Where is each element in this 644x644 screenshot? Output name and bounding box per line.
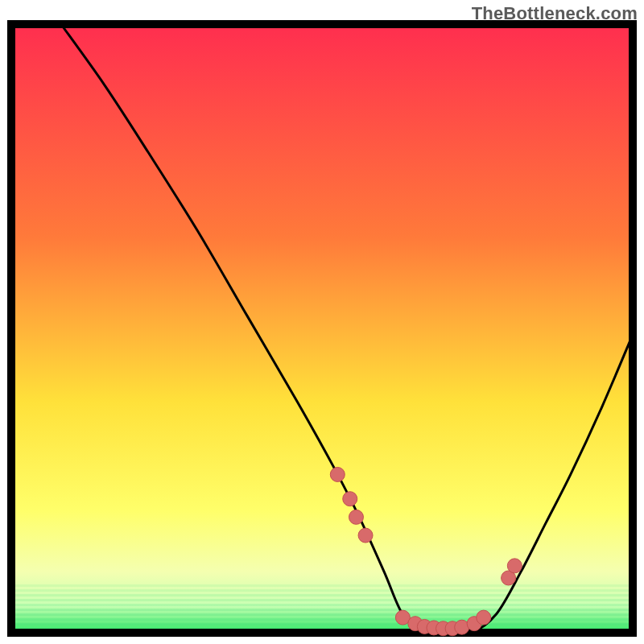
svg-rect-3: [11, 599, 633, 601]
svg-rect-5: [11, 609, 633, 611]
svg-rect-1: [11, 589, 633, 592]
data-dot: [358, 528, 373, 543]
chart-container: TheBottleneck.com: [0, 0, 644, 644]
svg-rect-2: [11, 594, 633, 597]
svg-rect-7: [11, 618, 633, 621]
data-dot: [349, 510, 363, 524]
svg-rect-6: [11, 613, 633, 616]
svg-rect-0: [11, 584, 633, 587]
data-dot: [330, 467, 345, 481]
svg-rect-8: [11, 623, 633, 625]
data-dot: [507, 559, 522, 573]
bottleneck-chart: [0, 0, 644, 644]
data-dot: [477, 610, 491, 625]
svg-rect-4: [11, 604, 633, 606]
chart-background: [11, 24, 633, 633]
data-dot: [343, 492, 357, 506]
